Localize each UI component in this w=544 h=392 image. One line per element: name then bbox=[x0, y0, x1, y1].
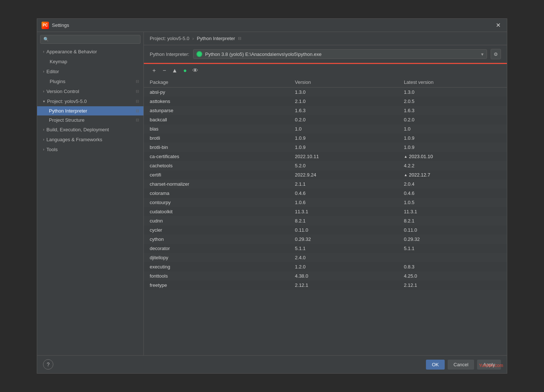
table-row[interactable]: backcall0.2.00.2.0 bbox=[144, 115, 507, 124]
package-version: 8.2.1 bbox=[289, 216, 398, 225]
package-latest-version: ▲ 2022.12.7 bbox=[398, 170, 507, 179]
help-button[interactable]: ? bbox=[43, 359, 53, 370]
package-latest-version: ▲ 2023.01.10 bbox=[398, 152, 507, 161]
remove-package-button[interactable]: − bbox=[160, 66, 169, 75]
package-version: 4.38.0 bbox=[289, 271, 398, 281]
interpreter-settings-button[interactable]: ⚙ bbox=[491, 49, 501, 59]
close-button[interactable]: ✕ bbox=[494, 21, 502, 30]
search-box[interactable]: 🔍 bbox=[40, 35, 141, 44]
nav-icon: ⊟ bbox=[136, 118, 139, 122]
cancel-button[interactable]: Cancel bbox=[448, 360, 474, 370]
sidebar-item-tools[interactable]: ›Tools bbox=[37, 145, 143, 154]
packages-table-container: Package Version Latest version absl-py1.… bbox=[144, 77, 507, 355]
table-row[interactable]: executing1.2.00.8.3 bbox=[144, 262, 507, 271]
package-name: asttokens bbox=[144, 97, 289, 106]
dialog-title: Settings bbox=[52, 22, 69, 28]
package-version: 1.2.0 bbox=[289, 262, 398, 271]
up-button[interactable]: ▲ bbox=[170, 66, 179, 75]
package-version: 2022.9.24 bbox=[289, 170, 398, 179]
interpreter-dropdown-arrow[interactable]: ▾ bbox=[481, 51, 484, 57]
package-name: cycler bbox=[144, 225, 289, 235]
table-row[interactable]: fonttools4.38.04.25.0 bbox=[144, 271, 507, 281]
table-row[interactable]: cudnn8.2.18.2.1 bbox=[144, 216, 507, 225]
table-row[interactable]: cudatoolkit11.3.111.3.1 bbox=[144, 207, 507, 216]
table-row[interactable]: cycler0.11.00.11.0 bbox=[144, 225, 507, 235]
search-input[interactable] bbox=[51, 37, 137, 42]
run-button[interactable]: ● bbox=[181, 66, 189, 75]
nav-item-label: Project: yolov5-5.0 bbox=[47, 99, 87, 104]
table-row[interactable]: brotli-bin1.0.91.0.9 bbox=[144, 143, 507, 152]
package-version: 2.4.0 bbox=[289, 253, 398, 262]
table-row[interactable]: ca-certificates2022.10.11▲ 2023.01.10 bbox=[144, 152, 507, 161]
package-latest-version: 1.0 bbox=[398, 124, 507, 133]
header-latest: Latest version bbox=[398, 77, 507, 88]
table-row[interactable]: astunparse1.6.31.6.3 bbox=[144, 106, 507, 115]
package-version: 1.3.0 bbox=[289, 88, 398, 97]
table-header-row: Package Version Latest version bbox=[144, 77, 507, 88]
sidebar-item-keymap[interactable]: Keymap bbox=[37, 57, 143, 67]
nav-expand-icon: › bbox=[43, 147, 44, 152]
package-name: brotli-bin bbox=[144, 143, 289, 152]
interpreter-bar: Python Interpreter: Python 3.8 (yolo5) E… bbox=[144, 45, 507, 64]
table-row[interactable]: asttokens2.1.02.0.5 bbox=[144, 97, 507, 106]
table-body: absl-py1.3.01.3.0asttokens2.1.02.0.5astu… bbox=[144, 88, 507, 290]
sidebar-item-python-interpreter[interactable]: Python Interpreter⊟ bbox=[37, 106, 143, 115]
table-row[interactable]: certifi2022.9.24▲ 2022.12.7 bbox=[144, 170, 507, 179]
sidebar-item-languages-frameworks[interactable]: ›Languages & Frameworks bbox=[37, 135, 143, 145]
main-content: 🔍 ›Appearance & BehaviorKeymap›EditorPlu… bbox=[37, 32, 507, 355]
header-version: Version bbox=[289, 77, 398, 88]
footer-left: ? bbox=[43, 359, 423, 370]
title-bar: PC Settings ✕ bbox=[37, 19, 507, 32]
watermark: Yuchen.com bbox=[479, 363, 503, 368]
package-name: executing bbox=[144, 262, 289, 271]
table-row[interactable]: djitellopy2.4.0 bbox=[144, 253, 507, 262]
sidebar-item-appearance[interactable]: ›Appearance & Behavior bbox=[37, 47, 143, 57]
package-latest-version: 1.6.3 bbox=[398, 106, 507, 115]
package-latest-version: 5.1.1 bbox=[398, 244, 507, 253]
nav-item-label: Project Structure bbox=[49, 117, 85, 123]
package-name: cython bbox=[144, 235, 289, 244]
sidebar-item-project[interactable]: ▾Project: yolov5-5.0⊟ bbox=[37, 96, 143, 106]
package-version: 0.29.32 bbox=[289, 235, 398, 244]
ok-button[interactable]: OK bbox=[426, 360, 445, 370]
package-latest-version: 11.3.1 bbox=[398, 207, 507, 216]
package-name: freetype bbox=[144, 281, 289, 290]
table-row[interactable]: charset-normalizer2.1.12.0.4 bbox=[144, 179, 507, 189]
packages-area: + − ▲ ● 👁 Package Version Latest version bbox=[144, 64, 507, 355]
table-row[interactable]: blas1.01.0 bbox=[144, 124, 507, 133]
nav-expand-icon: › bbox=[43, 89, 44, 93]
nav-expand-icon: › bbox=[43, 138, 44, 142]
package-latest-version: 1.0.9 bbox=[398, 143, 507, 152]
package-version: 5.1.1 bbox=[289, 244, 398, 253]
sidebar-item-plugins[interactable]: Plugins⊟ bbox=[37, 76, 143, 86]
table-row[interactable]: decorator5.1.15.1.1 bbox=[144, 244, 507, 253]
table-row[interactable]: freetype2.12.12.12.1 bbox=[144, 281, 507, 290]
package-latest-version: 1.0.5 bbox=[398, 198, 507, 207]
nav-item-label: Plugins bbox=[50, 79, 65, 84]
package-latest-version: 2.0.5 bbox=[398, 97, 507, 106]
add-package-button[interactable]: + bbox=[150, 66, 159, 75]
table-row[interactable]: absl-py1.3.01.3.0 bbox=[144, 88, 507, 97]
nav-expand-icon: ▾ bbox=[43, 99, 45, 103]
package-version: 0.4.6 bbox=[289, 189, 398, 198]
sidebar-item-project-structure[interactable]: Project Structure⊟ bbox=[37, 115, 143, 125]
nav-item-label: Appearance & Behavior bbox=[46, 49, 97, 54]
table-row[interactable]: cython0.29.320.29.32 bbox=[144, 235, 507, 244]
package-latest-version: 0.8.3 bbox=[398, 262, 507, 271]
sidebar-item-version-control[interactable]: ›Version Control⊟ bbox=[37, 86, 143, 96]
nav-expand-icon: › bbox=[43, 70, 44, 74]
package-name: djitellopy bbox=[144, 253, 289, 262]
table-row[interactable]: brotli1.0.91.0.9 bbox=[144, 133, 507, 143]
package-name: contourpy bbox=[144, 198, 289, 207]
breadcrumb-current: Python Interpreter bbox=[197, 36, 235, 41]
sidebar-item-editor[interactable]: ›Editor bbox=[37, 67, 143, 76]
interpreter-select[interactable]: Python 3.8 (yolo5) E:\Anaconda\envs\yolo… bbox=[193, 49, 487, 59]
table-row[interactable]: contourpy1.0.61.0.5 bbox=[144, 198, 507, 207]
package-version: 2.1.0 bbox=[289, 97, 398, 106]
table-row[interactable]: colorama0.4.60.4.6 bbox=[144, 189, 507, 198]
package-version: 2.1.1 bbox=[289, 179, 398, 189]
eye-button[interactable]: 👁 bbox=[191, 66, 200, 75]
sidebar-item-build-execution[interactable]: ›Build, Execution, Deployment bbox=[37, 125, 143, 135]
table-row[interactable]: cachetools5.2.04.2.2 bbox=[144, 161, 507, 170]
package-name: cudatoolkit bbox=[144, 207, 289, 216]
